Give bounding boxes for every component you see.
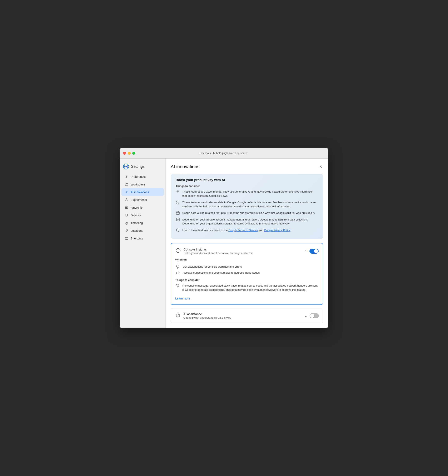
svg-rect-26 <box>176 212 179 215</box>
svg-rect-19 <box>127 238 128 238</box>
sidebar-item-locations[interactable]: Locations <box>121 227 164 234</box>
svg-point-15 <box>126 230 127 231</box>
svg-rect-11 <box>128 215 128 216</box>
info-box: Boost your productivity with AI Things t… <box>171 174 323 239</box>
main-header: AI innovations ✕ <box>171 164 323 170</box>
sidebar-item-throttling[interactable]: Throttling <box>121 219 164 227</box>
when-on-text-1: Get explanations for console warnings an… <box>183 265 242 268</box>
svg-rect-17 <box>126 238 126 238</box>
svg-rect-21 <box>126 239 127 239</box>
sidebar-label-devices: Devices <box>131 214 141 217</box>
console-insights-header: Console Insights Helps you understand an… <box>175 248 319 255</box>
main-panel: AI innovations ✕ Boost your productivity… <box>166 159 328 328</box>
ai-assistance-controls: ⌄ <box>304 313 319 318</box>
privacy-link[interactable]: Google Privacy Policy <box>264 229 290 232</box>
svg-rect-20 <box>126 239 126 239</box>
info-item-text-5: Use of these features is subject to the … <box>182 228 318 232</box>
list-info-icon <box>176 218 180 226</box>
svg-point-37 <box>178 251 178 252</box>
folder-icon <box>125 182 129 186</box>
svg-rect-7 <box>125 208 128 209</box>
sidebar: Settings Preferences <box>120 159 166 328</box>
svg-rect-16 <box>125 237 128 239</box>
info-item-1: These features are experimental. They us… <box>176 190 318 198</box>
titlebar: DevTools - bubble-jingle.web.app/search <box>120 148 328 159</box>
learn-more-link[interactable]: Learn more <box>175 297 190 300</box>
ignore-icon <box>125 206 129 210</box>
info-item-4: Depending on your Google account managem… <box>176 218 318 226</box>
calendar-info-icon <box>176 211 180 215</box>
google-consider-icon: G <box>175 284 179 292</box>
sidebar-item-ignore-list[interactable]: Ignore list <box>121 204 164 211</box>
console-insights-toggle[interactable] <box>309 249 319 254</box>
close-traffic-light[interactable] <box>123 152 126 155</box>
when-on-title: When on <box>175 258 319 261</box>
ai-assistance-header: AI assistance Get help with understandin… <box>175 312 319 319</box>
ai-assistance-icon <box>175 312 181 318</box>
sidebar-label-preferences: Preferences <box>131 175 146 178</box>
info-box-title: Boost your productivity with AI <box>176 178 318 182</box>
tos-link[interactable]: Google Terms of Service <box>228 229 258 232</box>
sparkle-info-icon <box>176 190 180 198</box>
console-insights-expanded: When on Get explanations for console war… <box>175 258 319 300</box>
sidebar-label-locations: Locations <box>131 229 143 232</box>
ai-assistance-name: AI assistance <box>183 312 231 316</box>
maximize-traffic-light[interactable] <box>132 152 135 155</box>
sidebar-label-ignore-list: Ignore list <box>131 206 143 209</box>
console-insights-name: Console Insights <box>184 248 253 251</box>
devtools-logo-icon <box>123 164 129 170</box>
info-box-subtitle: Things to consider <box>176 184 318 187</box>
bulb-when-on-icon <box>175 265 180 269</box>
when-on-text-2: Receive suggestions and code samples to … <box>183 271 260 274</box>
location-icon <box>125 229 129 232</box>
page-title: AI innovations <box>171 164 199 170</box>
sidebar-item-workspace[interactable]: Workspace <box>121 181 164 188</box>
ai-assistance-info: AI assistance Get help with understandin… <box>183 312 231 319</box>
info-item-text-1: These features are experimental. They us… <box>182 190 318 198</box>
info-item-text-3: Usage data will be retained for up to 18… <box>182 211 318 215</box>
sidebar-item-devices[interactable]: Devices <box>121 211 164 219</box>
svg-text:G: G <box>176 285 178 287</box>
expand-ai-assistance-button[interactable]: ⌄ <box>304 314 307 318</box>
sidebar-item-preferences[interactable]: Preferences <box>121 173 164 181</box>
console-insights-card: Console Insights Helps you understand an… <box>171 243 323 305</box>
svg-rect-22 <box>127 239 128 239</box>
svg-rect-10 <box>125 214 127 216</box>
ai-assistance-toggle[interactable] <box>310 313 319 318</box>
ai-assistance-left: AI assistance Get help with understandin… <box>175 312 304 319</box>
svg-line-14 <box>127 223 127 223</box>
devtools-window: DevTools - bubble-jingle.web.app/search … <box>120 148 328 328</box>
when-on-item-2: Receive suggestions and code samples to … <box>175 270 319 276</box>
info-item-text-2: These features send relevant data to Goo… <box>182 200 318 208</box>
titlebar-title: DevTools - bubble-jingle.web.app/search <box>200 152 248 155</box>
svg-point-23 <box>179 190 179 191</box>
ai-assistance-card: AI assistance Get help with understandin… <box>171 308 323 323</box>
flask-icon <box>125 198 129 202</box>
sidebar-item-experiments[interactable]: Experiments <box>121 196 164 204</box>
toggle-thumb <box>314 249 318 253</box>
sidebar-label-workspace: Workspace <box>131 183 145 186</box>
console-insights-controls: ⌃ <box>304 249 319 254</box>
sidebar-label-shortcuts: Shortcuts <box>131 237 143 240</box>
svg-point-3 <box>127 191 128 191</box>
info-item-3: Usage data will be retained for up to 18… <box>176 211 318 215</box>
consider-title: Things to consider <box>175 278 319 282</box>
google-info-icon: G <box>176 200 180 208</box>
consider-item: G The console message, associated stack … <box>175 284 319 292</box>
console-insights-left: Console Insights Helps you understand an… <box>175 248 304 255</box>
sidebar-item-ai-innovations[interactable]: AI innovations <box>121 188 164 196</box>
svg-rect-5 <box>125 207 128 207</box>
sidebar-label-experiments: Experiments <box>131 198 147 202</box>
ai-assistance-desc: Get help with understanding CSS styles <box>183 316 231 319</box>
svg-point-2 <box>125 166 127 167</box>
close-button[interactable]: ✕ <box>318 164 323 170</box>
collapse-console-insights-button[interactable]: ⌃ <box>304 249 307 253</box>
sidebar-label-ai-innovations: AI innovations <box>131 191 149 194</box>
gear-icon <box>125 175 129 179</box>
minimize-traffic-light[interactable] <box>128 152 131 155</box>
info-item-text-4: Depending on your Google account managem… <box>182 218 318 226</box>
when-on-item-1: Get explanations for console warnings an… <box>175 263 319 270</box>
info-item-5: Use of these features is subject to the … <box>176 228 318 232</box>
sidebar-item-shortcuts[interactable]: Shortcuts <box>121 235 164 242</box>
throttle-icon <box>125 221 129 225</box>
